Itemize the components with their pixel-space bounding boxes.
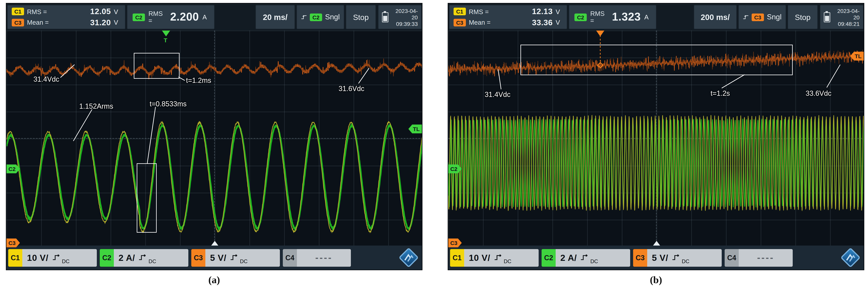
measurement-row-c1: C1 RMS = 12.13 V [454,6,563,17]
trigger-mode-label: Sngl [325,13,340,21]
channel-scale-label: 2 A/ [119,253,135,263]
channel-scale-label: 5 V/ [652,253,668,263]
measurement-value: 12.05 [90,7,111,16]
annotation-label: t=1.2ms [186,76,211,85]
measurement-function: RMS = [590,10,609,24]
measurement-unit: V [114,19,121,26]
channel-scale-label: 10 V/ [27,253,49,263]
coupling-label: DC [149,258,156,264]
measurement-value: 2.200 [170,10,199,24]
channel-badge-c4: C4 [283,249,297,266]
channel-box-c4[interactable]: C4 ---- [725,249,793,266]
trigger-position-marker[interactable] [162,31,170,36]
measurement-unit: A [644,13,651,21]
channel-badge-c1: C1 [12,8,24,16]
center-gridline-horizontal [448,138,864,139]
measurement-value: 33.36 [532,18,553,27]
figure-canvas: 31.4Vdc t=1.2ms 31.6Vdc 1.152Arms t=0.85… [0,0,868,290]
measurement-row-c3: C3 Mean = 33.36 V [454,18,563,28]
measurement-row-c1: C1 RMS = 12.05 V [12,6,121,17]
annotation-label: 31.4Vdc [485,90,510,99]
measurement-function: RMS = [149,10,167,24]
trigger-settings-box[interactable]: C2 Sngl [296,5,344,29]
measurement-box-current[interactable]: C2 RMS = 1.323 A [568,5,657,29]
channel-badge-c4: C4 [725,249,739,266]
measurement-box-voltage[interactable]: C1 RMS = 12.05 V C3 Mean = 31.20 V [7,5,126,29]
timebase-box[interactable]: 20 ms/ [255,5,295,29]
channel-box-c2[interactable]: C2 2 A/ DC [541,249,630,266]
center-gridline-horizontal [6,138,423,139]
measurement-function: RMS = [27,8,47,15]
time-label: 09:39:33 [392,20,418,27]
channel-badge-c3: C3 [454,19,466,26]
measurement-box-current[interactable]: C2 RMS = 2.200 A [127,5,215,29]
channel-badge-c1: C1 [454,8,466,16]
acquisition-state-button[interactable]: Stop [787,5,818,29]
center-gridline-vertical [214,31,215,247]
channel-box-c1[interactable]: C1 10 V/ DC [8,249,97,266]
trigger-letter: T [164,37,167,44]
rs-logo [840,247,861,268]
channel-box-c4[interactable]: C4 ---- [283,249,351,266]
channel-badge-c2: C2 [575,13,587,21]
trigger-position-marker[interactable] [596,31,604,36]
measurement-rect [137,163,157,233]
graticule: 31.4Vdc t=1.2ms 31.6Vdc 1.152Arms t=0.85… [6,31,423,247]
graticule: 31.4Vdc t=1.2s 33.6Vdc [448,31,864,247]
coupling-label: DC [590,258,598,264]
channel-badge-c2: C2 [133,13,145,21]
coupling-label: DC [682,258,689,264]
time-reference-marker[interactable] [653,241,660,245]
caption-b: (b) [448,274,864,286]
channel-box-c1[interactable]: C1 10 V/ DC [450,249,539,266]
measurement-value: 31.20 [90,18,111,27]
trigger-slope-icon [301,13,307,21]
date-label: 2023-04-20 [834,7,860,20]
time-label: 09:48:21 [834,20,860,27]
measurement-unit: V [556,19,563,26]
annotation-label: t=0.8533ms [150,100,187,108]
battery-icon [382,12,389,22]
probe-icon [494,254,501,261]
trigger-settings-box[interactable]: C3 Sngl [738,5,786,29]
channel-badge-c3: C3 [191,249,205,266]
channel-box-c2[interactable]: C2 2 A/ DC [100,249,188,266]
annotation-label: t=1.2s [711,89,730,97]
trigger-slope-icon [743,13,749,21]
channel-scale-label: ---- [757,253,774,263]
acquisition-state-button[interactable]: Stop [346,5,376,29]
measurement-unit: V [114,8,121,15]
battery-date-box[interactable]: 2023-04-20 09:48:21 [820,5,864,29]
rs-logo [398,247,420,268]
coupling-label: DC [504,258,512,264]
measurement-value: 1.323 [612,10,641,24]
channel-box-c3[interactable]: C3 5 V/ DC [633,249,722,266]
measurement-row-c3: C3 Mean = 31.20 V [12,18,121,28]
channel-badge-c3: C3 [633,249,647,266]
battery-icon [824,12,830,22]
probe-icon [52,254,60,261]
channel-badge-c1: C1 [8,249,22,266]
measurement-rect [521,45,793,75]
timebase-box[interactable]: 200 ms/ [693,5,737,29]
probe-icon [230,254,238,261]
annotation-label: 33.6Vdc [806,89,831,97]
measurement-value: 12.13 [532,7,553,16]
channel-badge-c2: C2 [541,249,556,266]
channel-bar: C1 10 V/ DC C2 2 A/ DC [448,245,864,270]
channel-badge-c3: C3 [12,19,24,26]
measurement-function: Mean = [469,19,491,26]
annotation-label: 1.152Arms [79,102,113,111]
annotation-label: 31.4Vdc [33,75,59,83]
channel-badge-c1: C1 [450,249,464,266]
measurement-box-voltage[interactable]: C1 RMS = 12.13 V C3 Mean = 33.36 V [449,5,567,29]
channel-scale-label: 10 V/ [469,253,490,263]
channel-box-c3[interactable]: C3 5 V/ DC [191,249,280,266]
channel-bar: C1 10 V/ DC C2 2 A/ DC [6,245,423,270]
battery-date-box[interactable]: 2023-04-20 09:39:33 [378,5,422,29]
trigger-source-badge: C3 [752,13,764,21]
measurement-unit: V [556,8,563,15]
time-reference-marker[interactable] [211,241,218,245]
measurement-function: RMS = [469,8,489,15]
measurement-function: Mean = [27,19,49,26]
